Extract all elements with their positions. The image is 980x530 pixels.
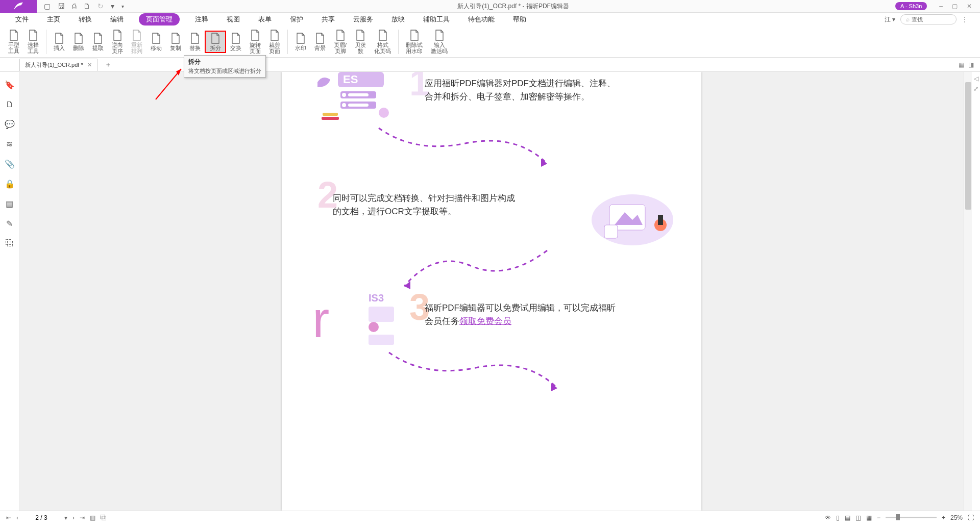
menu-page-manage[interactable]: 页面管理 [139,13,180,26]
open-icon[interactable]: ▢ [44,2,51,10]
user-badge[interactable]: A - Sh3n [895,2,927,10]
last-page-button[interactable]: ⇥ [80,514,85,521]
combine-icon[interactable]: ⿻ [6,239,14,248]
comments-icon[interactable]: 💬 [5,119,15,129]
move-icon [151,33,162,44]
ribbon-bates[interactable]: 贝茨数 [351,28,370,56]
two-continuous-icon[interactable]: ▦ [866,514,872,521]
menu-cloud[interactable]: 云服务 [350,14,376,25]
more-icon[interactable]: ⋮ [962,16,968,23]
two-page-icon[interactable]: ◫ [855,514,861,521]
continuous-icon[interactable]: ▤ [845,514,850,521]
first-page-button[interactable]: ⇤ [6,514,11,521]
add-tab-button[interactable]: ＋ [105,60,112,69]
collapse-right-icon[interactable]: ◁ [974,75,978,82]
page-number-input[interactable] [23,514,59,521]
next-page-button[interactable]: › [72,514,75,521]
attachments-icon[interactable]: 📎 [5,159,15,169]
ribbon-swap[interactable]: 交换 [226,31,246,53]
ribbon-rearrange[interactable]: 重新排列 [127,28,146,56]
ribbon-rotate[interactable]: 旋转页面 [246,28,265,56]
zoom-out-button[interactable]: − [877,514,880,521]
page-thumbnails-icon[interactable]: ▥ [90,514,95,521]
fields-icon[interactable]: ▤ [6,199,13,209]
single-page-icon[interactable]: ▯ [836,514,840,521]
menu-edit[interactable]: 编辑 [107,14,127,25]
ribbon-crop[interactable]: 裁剪页面 [265,28,284,56]
search-box[interactable]: ⌕ [900,14,957,24]
menu-annotate[interactable]: 注释 [192,14,211,25]
zoom-handle[interactable] [896,514,900,520]
pages-icon[interactable]: 🗋 [6,100,14,109]
free-member-link[interactable]: 领取免费会员 [459,316,511,326]
prev-page-button[interactable]: ‹ [16,514,18,521]
ribbon-move[interactable]: 移动 [146,31,166,53]
menu-form[interactable]: 表单 [255,14,275,25]
menu-view[interactable]: 视图 [224,14,243,25]
dropdown-icon[interactable]: ▾ [111,2,114,10]
page-layout-icon[interactable]: ⿻ [101,514,107,521]
document-tab-bar: 新人引导(1)_OCR.pdf * ✕ ＋ ▦ ◨ [0,58,980,72]
print-icon[interactable]: ⎙ [72,2,76,10]
signatures-icon[interactable]: ✎ [6,219,13,229]
swap-label: 交换 [230,45,241,51]
menu-file[interactable]: 文件 [12,14,32,25]
zoom-value[interactable]: 25% [950,514,963,521]
document-viewport[interactable]: ES 1 应用福昕PDF编辑器对PDF文档进行编辑、注释、合并和拆分、电子签章、… [19,72,964,511]
document-tab[interactable]: 新人引导(1)_OCR.pdf * ✕ [19,59,97,71]
duplicate-label: 复制 [170,45,181,51]
ribbon-reverse[interactable]: 逆向页序 [108,28,127,56]
ribbon-remove-trial-wm[interactable]: 删除试用水印 [402,28,427,56]
ribbon-enter-code[interactable]: 输入激活码 [427,28,452,56]
ribbon-split[interactable]: 拆分 [205,31,226,53]
header-footer-label: 页眉/页脚 [334,42,347,54]
ribbon-insert[interactable]: 插入 [50,31,69,53]
scroll-thumb[interactable] [965,82,971,210]
redo-icon[interactable]: ↻ [97,2,104,10]
maximize-button[interactable]: ▢ [952,3,958,10]
layers-icon[interactable]: ≋ [6,139,13,149]
ribbon-replace[interactable]: 替换 [185,31,205,53]
insert-icon [54,33,65,44]
panel-view-icon[interactable]: ◨ [968,61,974,68]
qat-more-icon[interactable]: ▾ [121,4,124,9]
menu-share[interactable]: 共享 [318,14,338,25]
vertical-scrollbar[interactable] [964,72,972,511]
ribbon-background[interactable]: 背景 [310,31,330,53]
bookmark-icon[interactable]: 🔖 [5,80,15,90]
search-input[interactable] [912,16,947,22]
ribbon-header-footer[interactable]: 页眉/页脚 [330,28,351,56]
ribbon-extract[interactable]: 提取 [88,31,108,53]
swap-icon [230,33,241,44]
visibility-icon[interactable]: 👁 [825,514,831,521]
menu-features[interactable]: 特色功能 [465,14,498,25]
security-icon[interactable]: 🔒 [5,179,15,189]
menu-convert[interactable]: 转换 [76,14,95,25]
page-dropdown[interactable]: ▾ [64,514,67,521]
fullscreen-icon[interactable]: ⛶ [968,514,974,521]
ribbon-duplicate[interactable]: 复制 [166,31,185,53]
grid-view-icon[interactable]: ▦ [959,61,964,68]
tab-close-icon[interactable]: ✕ [87,62,92,68]
minimize-button[interactable]: – [939,3,943,10]
ribbon-format-pagenum[interactable]: 格式化页码 [370,28,395,56]
close-button[interactable]: ✕ [967,3,972,10]
svg-rect-9 [348,104,369,107]
text-settings-icon[interactable]: 江 ▾ [885,15,895,24]
zoom-slider[interactable] [886,517,937,518]
menu-present[interactable]: 放映 [388,14,408,25]
menu-accessibility[interactable]: 辅助工具 [420,14,453,25]
menu-help[interactable]: 帮助 [510,14,529,25]
select-tool-icon [28,30,39,41]
blank-doc-icon[interactable]: 🗋 [83,2,90,10]
ribbon-delete[interactable]: 删除 [69,31,88,53]
menu-protect[interactable]: 保护 [287,14,306,25]
ruler-icon[interactable]: ⤢ [973,85,978,92]
zoom-in-button[interactable]: + [942,514,945,521]
save-icon[interactable]: 🖫 [58,2,65,10]
ribbon-watermark[interactable]: 水印 [291,31,310,53]
ribbon-select-tool[interactable]: 选择工具 [23,28,43,56]
ribbon-hand-tool[interactable]: 手型工具 [4,28,23,56]
menu-home[interactable]: 主页 [44,14,63,25]
svg-rect-12 [322,117,339,120]
